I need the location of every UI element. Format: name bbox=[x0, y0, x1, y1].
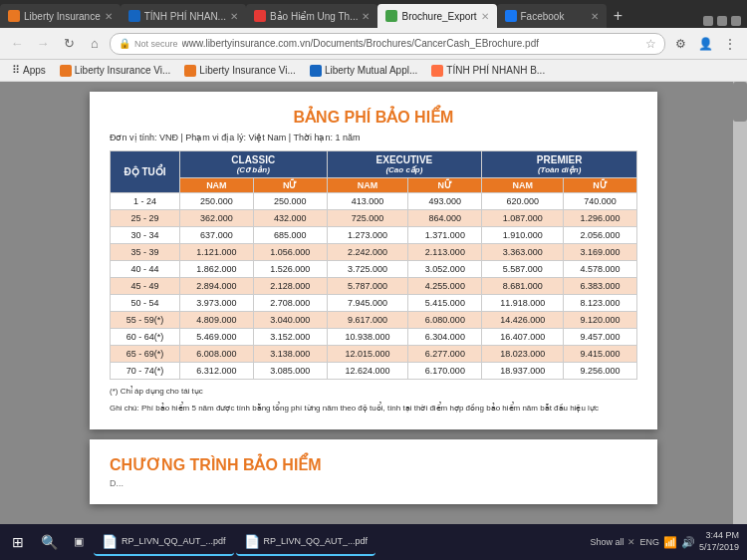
tab-close-fb[interactable]: ✕ bbox=[591, 11, 599, 22]
value-cell: 11.918.000 bbox=[482, 295, 564, 312]
apps-label: Apps bbox=[23, 65, 46, 76]
value-cell: 2.708.000 bbox=[253, 295, 327, 312]
restore-button[interactable] bbox=[717, 16, 727, 26]
bookmark-liberty2[interactable]: Liberty Insurance Vi... bbox=[180, 63, 300, 79]
close-button[interactable] bbox=[731, 16, 741, 26]
tab-bao[interactable]: Bảo Hiểm Ung Th... ✕ bbox=[246, 4, 378, 28]
bookmark-liberty1[interactable]: Liberty Insurance Vi... bbox=[56, 63, 175, 79]
value-cell: 5.415.000 bbox=[408, 295, 482, 312]
value-cell: 9.256.000 bbox=[564, 363, 637, 380]
tab-close-bao[interactable]: ✕ bbox=[362, 11, 370, 22]
premier-male-header: NAM bbox=[482, 178, 564, 193]
value-cell: 493.000 bbox=[408, 193, 482, 210]
value-cell: 1.862.000 bbox=[180, 261, 254, 278]
taskbar-pdf2[interactable]: 📄 RP_LIVN_QQ_AUT_...pdf bbox=[236, 528, 376, 556]
table-row: 45 - 492.894.0002.128.0005.787.0004.255.… bbox=[111, 278, 637, 295]
value-cell: 12.015.000 bbox=[327, 346, 408, 363]
clock-time: 3:44 PM bbox=[699, 530, 739, 542]
value-cell: 16.407.000 bbox=[482, 329, 564, 346]
value-cell: 864.000 bbox=[408, 210, 482, 227]
tab-fb[interactable]: Facebook ✕ bbox=[497, 4, 607, 28]
table-title: BẢNG PHÍ BẢO HIỂM bbox=[110, 108, 637, 127]
value-cell: 18.937.000 bbox=[482, 363, 564, 380]
classic-tier-sub: (Cơ bản) bbox=[182, 165, 325, 174]
value-cell: 18.023.000 bbox=[482, 346, 564, 363]
tab-label-tinh: TÍNH PHÍ NHAN... bbox=[144, 11, 226, 22]
value-cell: 4.255.000 bbox=[408, 278, 482, 295]
classic-female-header: NỮ bbox=[253, 178, 327, 193]
system-tray: Show all ✕ ENG 📶 🔊 3:44 PM 5/17/2019 bbox=[590, 530, 743, 553]
tab-favicon-bao bbox=[254, 10, 266, 22]
reload-button[interactable]: ↻ bbox=[58, 33, 80, 55]
age-header: ĐỘ TUỔI bbox=[111, 151, 180, 193]
value-cell: 250.000 bbox=[253, 193, 327, 210]
value-cell: 1.910.000 bbox=[482, 227, 564, 244]
value-cell: 9.120.000 bbox=[564, 312, 637, 329]
value-cell: 362.000 bbox=[180, 210, 254, 227]
window-controls bbox=[703, 16, 747, 28]
back-button[interactable]: ← bbox=[6, 33, 28, 55]
minimize-button[interactable] bbox=[703, 16, 713, 26]
value-cell: 2.128.000 bbox=[253, 278, 327, 295]
url-text[interactable]: www.libertyinsurance.com.vn/Documents/Br… bbox=[182, 38, 641, 49]
tab-favicon-tinh bbox=[128, 10, 140, 22]
value-cell: 2.242.000 bbox=[327, 244, 408, 261]
value-cell: 4.809.000 bbox=[180, 312, 254, 329]
value-cell: 8.681.000 bbox=[482, 278, 564, 295]
search-button[interactable]: 🔍 bbox=[34, 528, 64, 556]
task-view-button[interactable]: ▣ bbox=[66, 528, 92, 556]
new-tab-button[interactable]: + bbox=[607, 4, 630, 28]
bookmark-star-icon[interactable]: ☆ bbox=[645, 37, 656, 51]
premier-tier-name: PREMIER bbox=[484, 154, 634, 165]
taskbar-pdf1[interactable]: 📄 RP_LIVN_QQ_AUT_...pdf bbox=[94, 528, 234, 556]
lock-icon: 🔒 bbox=[119, 38, 130, 49]
nav-right-icons: ⚙ 👤 ⋮ bbox=[669, 33, 741, 55]
value-cell: 725.000 bbox=[327, 210, 408, 227]
url-bar[interactable]: 🔒 Not secure www.libertyinsurance.com.vn… bbox=[110, 33, 665, 55]
start-button[interactable]: ⊞ bbox=[4, 528, 32, 556]
tab-close-tinh[interactable]: ✕ bbox=[230, 11, 238, 22]
value-cell: 5.787.000 bbox=[327, 278, 408, 295]
table-row: 60 - 64(*)5.469.0003.152.00010.938.0006.… bbox=[111, 329, 637, 346]
bookmark-mutual-favicon bbox=[310, 65, 322, 77]
value-cell: 6.008.000 bbox=[180, 346, 254, 363]
tray-close-icon[interactable]: ✕ bbox=[627, 537, 635, 547]
forward-button[interactable]: → bbox=[32, 33, 54, 55]
value-cell: 2.894.000 bbox=[180, 278, 254, 295]
tab-favicon-fb bbox=[505, 10, 517, 22]
age-cell: 35 - 39 bbox=[111, 244, 180, 261]
taskbar-clock[interactable]: 3:44 PM 5/17/2019 bbox=[699, 530, 739, 553]
bookmark-tinh-label: TÍNH PHÍ NHANH B... bbox=[446, 65, 545, 76]
show-all-button[interactable]: Show all bbox=[590, 537, 623, 547]
value-cell: 10.938.000 bbox=[327, 329, 408, 346]
clock-date: 5/17/2019 bbox=[699, 542, 739, 554]
taskbar-pdf1-label: RP_LIVN_QQ_AUT_...pdf bbox=[122, 536, 226, 546]
tab-close-liberty[interactable]: ✕ bbox=[105, 11, 113, 22]
premier-tier-sub: (Toàn diện) bbox=[484, 165, 634, 174]
bookmark-liberty2-favicon bbox=[184, 65, 196, 77]
scrollbar[interactable] bbox=[733, 82, 747, 524]
value-cell: 1.273.000 bbox=[327, 227, 408, 244]
age-cell: 70 - 74(*) bbox=[111, 363, 180, 380]
executive-female-header: NỮ bbox=[408, 178, 482, 193]
premier-header: PREMIER (Toàn diện) bbox=[482, 151, 637, 178]
home-button[interactable]: ⌂ bbox=[84, 33, 106, 55]
menu-button[interactable]: ⋮ bbox=[719, 33, 741, 55]
age-cell: 40 - 44 bbox=[111, 261, 180, 278]
extensions-button[interactable]: ⚙ bbox=[669, 33, 691, 55]
tab-brochure[interactable]: Brochure_Export ✕ bbox=[377, 4, 496, 28]
content-area[interactable]: BẢNG PHÍ BẢO HIỂM Đơn vị tính: VNĐ | Phạ… bbox=[0, 82, 747, 524]
bookmark-mutual[interactable]: Liberty Mutual Appl... bbox=[306, 63, 421, 79]
tab-close-brochure[interactable]: ✕ bbox=[481, 11, 489, 22]
tab-liberty[interactable]: Liberty Insurance ✕ bbox=[0, 4, 121, 28]
value-cell: 6.080.000 bbox=[408, 312, 482, 329]
tab-tinh[interactable]: TÍNH PHÍ NHAN... ✕ bbox=[121, 4, 246, 28]
bookmark-mutual-label: Liberty Mutual Appl... bbox=[325, 65, 417, 76]
not-secure-label: Not secure bbox=[134, 39, 178, 49]
value-cell: 6.277.000 bbox=[408, 346, 482, 363]
age-cell: 50 - 54 bbox=[111, 295, 180, 312]
bookmark-tinh[interactable]: TÍNH PHÍ NHANH B... bbox=[427, 63, 549, 79]
bookmark-apps[interactable]: ⠿ Apps bbox=[8, 62, 50, 79]
user-profile-button[interactable]: 👤 bbox=[694, 33, 716, 55]
scroll-thumb[interactable] bbox=[733, 82, 747, 122]
